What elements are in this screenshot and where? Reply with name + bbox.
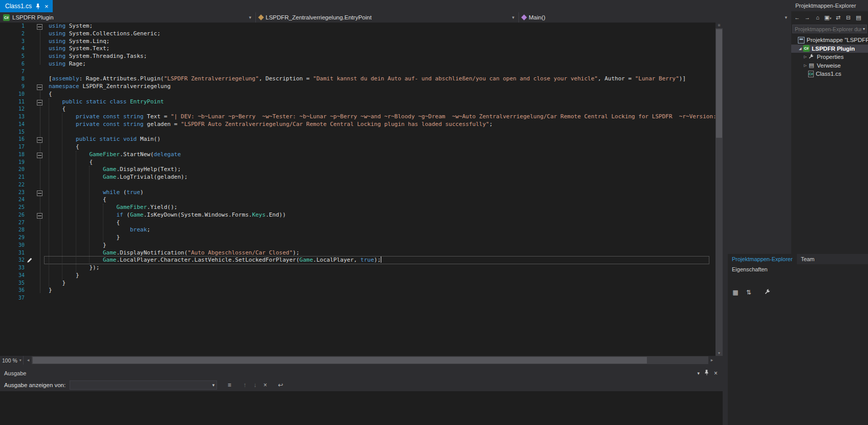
code-line[interactable]: using System.Threading.Tasks; [49, 53, 715, 60]
fold-marker[interactable] [37, 84, 42, 90]
show-all-files-icon[interactable]: ▤ [855, 14, 862, 21]
code-editor[interactable]: 1234567891011121314151617181920212223242… [0, 23, 715, 356]
fold-marker[interactable] [37, 153, 42, 158]
fold-marker[interactable] [37, 100, 42, 105]
close-icon[interactable]: × [714, 370, 718, 377]
code-line[interactable]: namespace LSPDFR_Zentralverriegelung [49, 83, 715, 91]
next-message-icon[interactable]: ↓ [250, 381, 260, 389]
output-source-combobox[interactable]: ▾ [70, 380, 217, 390]
property-pages-icon[interactable] [763, 289, 772, 296]
scope-view-icon[interactable]: ▣▾ [824, 14, 832, 21]
code-line[interactable]: while (true) [49, 189, 715, 197]
code-line[interactable]: Game.LogTrivial(geladen); [49, 174, 715, 181]
output-panel-header[interactable]: Ausgabe ▾ × [0, 368, 723, 378]
output-text-area[interactable] [0, 391, 723, 425]
code-line[interactable]: public static void Main() [49, 136, 715, 143]
line-number: 25 [0, 204, 25, 211]
code-line[interactable]: public static class EntryPoint [49, 98, 715, 106]
code-line[interactable]: { [49, 219, 715, 227]
code-line[interactable]: using System; [49, 23, 715, 30]
code-line[interactable]: Game.DisplayHelp(Text); [49, 166, 715, 174]
tree-item-projektmappe-lspdfr-plugin[interactable]: Projektmappe "LSPDFR Plugin" [791, 36, 868, 45]
code-line[interactable]: } [49, 280, 715, 287]
vertical-scrollbar[interactable]: ≡ ▾ [715, 23, 723, 356]
scroll-left-icon[interactable]: ◂ [25, 356, 32, 365]
scroll-down-icon[interactable]: ▾ [715, 351, 723, 355]
chevron-down-icon[interactable]: ▾ [861, 27, 866, 31]
code-line[interactable] [49, 181, 715, 189]
tree-item-verweise[interactable]: ▷▤Verweise [791, 61, 868, 70]
tree-item-label: Properties [817, 54, 843, 60]
back-icon[interactable]: ← [793, 14, 801, 20]
tree-item-properties[interactable]: ▷Properties [791, 53, 868, 61]
expander-collapsed-icon[interactable]: ▷ [802, 63, 808, 68]
code-text-area[interactable]: using System;using System.Collections.Ge… [49, 23, 715, 302]
code-line[interactable]: [assembly: Rage.Attributes.Plugin("LSPDF… [49, 75, 715, 83]
fold-marker[interactable] [37, 137, 42, 143]
splitter-grip-icon[interactable]: ≡ [715, 23, 723, 28]
member-dropdown[interactable]: Main() ▾ [519, 12, 791, 23]
search-input[interactable] [793, 26, 861, 32]
scroll-right-icon[interactable]: ▸ [708, 356, 715, 365]
line-number-gutter[interactable]: 1234567891011121314151617181920212223242… [0, 23, 25, 302]
previous-message-icon[interactable]: ↑ [240, 381, 250, 389]
solution-explorer-search[interactable]: ▾ [792, 25, 867, 33]
tab-solution-explorer[interactable]: Projektmappen-Explorer [728, 254, 797, 264]
tree-item-lspdfr-plugin[interactable]: ◢LSPDFR Plugin [791, 45, 868, 53]
line-number: 6 [0, 60, 25, 68]
type-dropdown[interactable]: LSPDFR_Zentralverriegelung.EntryPoint ▾ [256, 12, 519, 23]
sync-with-active-document-icon[interactable]: ⇄ [834, 14, 842, 21]
close-icon[interactable]: × [45, 3, 49, 10]
code-line[interactable]: }); [49, 264, 715, 272]
code-line[interactable]: GameFiber.StartNew(delegate [49, 151, 715, 159]
horizontal-scrollbar[interactable] [32, 356, 708, 364]
window-position-icon[interactable]: ▾ [697, 371, 700, 376]
tab-class1-cs[interactable]: Class1.cs × [0, 0, 53, 12]
code-line[interactable]: Game.DisplayNotification("Auto Abgeschlo… [49, 249, 715, 257]
code-line[interactable]: { [49, 105, 715, 113]
code-line[interactable]: private const string Text = "| DEV: ~b~L… [49, 113, 715, 121]
code-line[interactable]: } [49, 242, 715, 249]
zoom-control[interactable]: 100 % ▾ [0, 356, 24, 365]
tree-item-class1-cs[interactable]: Class1.cs [791, 70, 868, 78]
properties-icon [808, 54, 815, 60]
code-line[interactable]: } [49, 272, 715, 280]
code-line[interactable] [49, 294, 715, 302]
code-line[interactable]: using System.Text; [49, 45, 715, 53]
alphabetical-sort-icon[interactable]: ⇅ [744, 289, 753, 296]
code-line[interactable]: break; [49, 226, 715, 234]
code-line[interactable] [49, 129, 715, 136]
code-line[interactable]: using System.Linq; [49, 38, 715, 46]
code-line[interactable] [49, 68, 715, 76]
fold-marker[interactable] [37, 213, 42, 219]
project-dropdown[interactable]: LSPDFR Plugin ▾ [0, 12, 256, 23]
horizontal-scrollbar-thumb[interactable] [33, 357, 647, 364]
pin-icon[interactable] [705, 370, 709, 376]
code-line[interactable]: { [49, 91, 715, 98]
fold-marker[interactable] [37, 24, 42, 30]
expander-collapsed-icon[interactable]: ▷ [802, 55, 808, 59]
code-line[interactable]: private const string geladen = "LSPDFR A… [49, 121, 715, 129]
messages-icon[interactable]: ≡ [224, 381, 234, 389]
code-line[interactable]: using Rage; [49, 60, 715, 68]
forward-icon[interactable]: → [804, 14, 811, 20]
code-line[interactable]: { [49, 143, 715, 151]
pin-icon[interactable] [36, 4, 40, 9]
clear-all-icon[interactable]: × [260, 381, 270, 389]
expander-expanded-icon[interactable]: ◢ [797, 47, 803, 51]
code-line[interactable]: } [49, 287, 715, 294]
code-line[interactable]: if (Game.IsKeyDown(System.Windows.Forms.… [49, 211, 715, 219]
fold-marker[interactable] [37, 190, 42, 196]
home-icon[interactable]: ⌂ [814, 14, 821, 20]
code-line[interactable]: { [49, 196, 715, 204]
code-line[interactable]: Game.LocalPlayer.Character.LastVehicle.S… [49, 257, 715, 264]
code-line[interactable]: GameFiber.Yield(); [49, 204, 715, 211]
categorized-icon[interactable]: ▦ [731, 289, 740, 296]
code-line[interactable]: { [49, 159, 715, 166]
tab-team-explorer[interactable]: Team Explorer [797, 254, 815, 264]
collapse-all-icon[interactable]: ⊟ [844, 14, 852, 21]
vertical-scrollbar-thumb[interactable] [716, 29, 722, 138]
word-wrap-icon[interactable]: ↩ [275, 381, 286, 389]
code-line[interactable]: } [49, 234, 715, 242]
code-line[interactable]: using System.Collections.Generic; [49, 30, 715, 38]
